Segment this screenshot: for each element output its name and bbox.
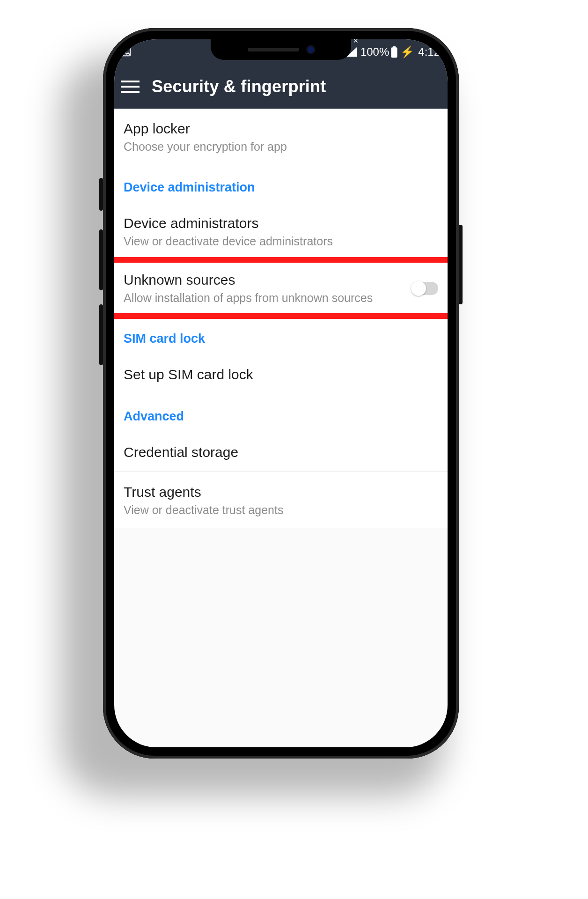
- side-button-mute: [99, 178, 103, 211]
- speaker-grille: [248, 48, 299, 52]
- row-title: Credential storage: [124, 444, 438, 460]
- notch: [211, 39, 351, 60]
- svg-rect-0: [122, 48, 130, 56]
- image-notification-icon: [121, 47, 131, 57]
- settings-list: App locker Choose your encryption for ap…: [114, 109, 448, 528]
- row-device-administrators[interactable]: Device administrators View or deactivate…: [114, 203, 448, 260]
- row-subtitle: View or deactivate device administrators: [124, 234, 438, 248]
- menu-icon[interactable]: [121, 81, 140, 93]
- row-subtitle: View or deactivate trust agents: [124, 503, 438, 517]
- row-title: Set up SIM card lock: [124, 367, 438, 383]
- front-camera: [308, 46, 314, 53]
- page-title: Security & fingerprint: [152, 77, 326, 96]
- phone-frame: N VoLTE ✕ 100% ⚡ 4:12: [103, 28, 459, 759]
- screen: N VoLTE ✕ 100% ⚡ 4:12: [114, 39, 448, 747]
- clock: 4:12: [418, 45, 440, 59]
- side-button-power: [459, 225, 463, 304]
- svg-rect-2: [391, 47, 397, 58]
- highlight-bar-bottom: [114, 313, 448, 319]
- app-bar: Security & fingerprint: [114, 65, 448, 109]
- row-unknown-sources[interactable]: Unknown sources Allow installation of ap…: [114, 260, 448, 317]
- toggle-knob: [411, 281, 426, 296]
- battery-percent: 100%: [360, 45, 389, 59]
- battery-icon: 100% ⚡: [360, 45, 414, 59]
- row-setup-sim-lock[interactable]: Set up SIM card lock: [114, 354, 448, 394]
- side-button-vol-up: [99, 229, 103, 290]
- section-advanced: Advanced: [114, 394, 448, 432]
- unknown-sources-toggle[interactable]: [412, 282, 438, 295]
- row-title: Trust agents: [124, 484, 438, 500]
- row-credential-storage[interactable]: Credential storage: [114, 432, 448, 472]
- row-subtitle: Choose your encryption for app: [124, 140, 438, 154]
- bottom-fade: [114, 731, 448, 747]
- highlight-bar-top: [114, 257, 448, 263]
- row-title: App locker: [124, 121, 438, 137]
- svg-rect-3: [393, 46, 396, 48]
- row-trust-agents[interactable]: Trust agents View or deactivate trust ag…: [114, 472, 448, 528]
- row-title: Unknown sources: [124, 272, 404, 288]
- side-button-vol-dn: [99, 304, 103, 365]
- charging-icon: ⚡: [400, 45, 414, 59]
- row-title: Device administrators: [124, 215, 438, 231]
- row-subtitle: Allow installation of apps from unknown …: [124, 291, 404, 305]
- row-app-locker[interactable]: App locker Choose your encryption for ap…: [114, 109, 448, 165]
- svg-point-1: [124, 50, 125, 52]
- section-device-administration: Device administration: [114, 165, 448, 203]
- section-sim-card-lock: SIM card lock: [114, 317, 448, 354]
